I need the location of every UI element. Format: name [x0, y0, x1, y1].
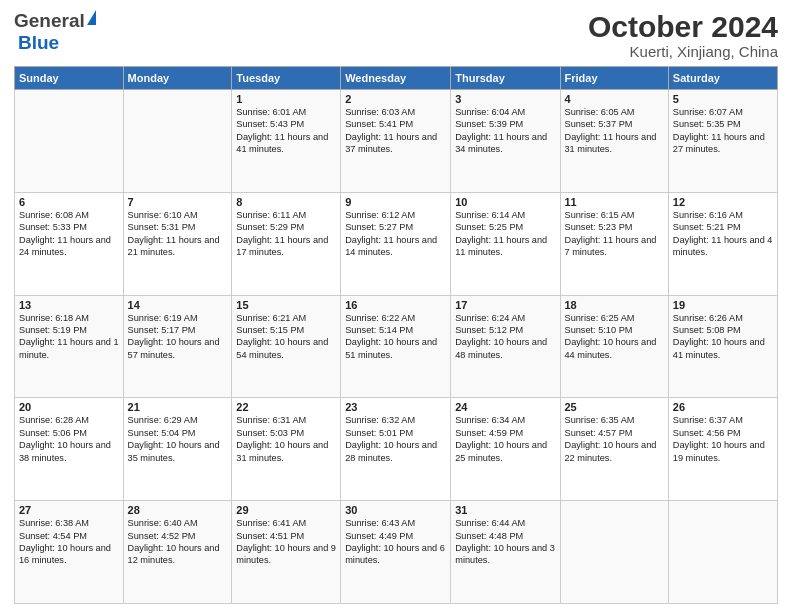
daylight-text: Daylight: 10 hours and 35 minutes. — [128, 439, 228, 464]
day-number: 4 — [565, 93, 664, 105]
sunrise-text: Sunrise: 6:24 AM — [455, 312, 555, 324]
sunset-text: Sunset: 4:52 PM — [128, 530, 228, 542]
sunset-text: Sunset: 5:08 PM — [673, 324, 773, 336]
sunset-text: Sunset: 5:10 PM — [565, 324, 664, 336]
day-info: Sunrise: 6:26 AMSunset: 5:08 PMDaylight:… — [673, 312, 773, 362]
sunrise-text: Sunrise: 6:21 AM — [236, 312, 336, 324]
calendar-cell: 25Sunrise: 6:35 AMSunset: 4:57 PMDayligh… — [560, 398, 668, 501]
day-number: 22 — [236, 401, 336, 413]
daylight-text: Daylight: 10 hours and 16 minutes. — [19, 542, 119, 567]
sunset-text: Sunset: 5:04 PM — [128, 427, 228, 439]
daylight-text: Daylight: 10 hours and 41 minutes. — [673, 336, 773, 361]
calendar-cell: 17Sunrise: 6:24 AMSunset: 5:12 PMDayligh… — [451, 295, 560, 398]
sunset-text: Sunset: 5:17 PM — [128, 324, 228, 336]
daylight-text: Daylight: 11 hours and 7 minutes. — [565, 234, 664, 259]
calendar-cell: 22Sunrise: 6:31 AMSunset: 5:03 PMDayligh… — [232, 398, 341, 501]
sunset-text: Sunset: 5:41 PM — [345, 118, 446, 130]
day-info: Sunrise: 6:22 AMSunset: 5:14 PMDaylight:… — [345, 312, 446, 362]
day-number: 17 — [455, 299, 555, 311]
day-info: Sunrise: 6:11 AMSunset: 5:29 PMDaylight:… — [236, 209, 336, 259]
day-number: 11 — [565, 196, 664, 208]
sunset-text: Sunset: 4:54 PM — [19, 530, 119, 542]
calendar-cell: 29Sunrise: 6:41 AMSunset: 4:51 PMDayligh… — [232, 501, 341, 604]
day-info: Sunrise: 6:07 AMSunset: 5:35 PMDaylight:… — [673, 106, 773, 156]
sunrise-text: Sunrise: 6:14 AM — [455, 209, 555, 221]
sunset-text: Sunset: 5:33 PM — [19, 221, 119, 233]
daylight-text: Daylight: 11 hours and 21 minutes. — [128, 234, 228, 259]
sunset-text: Sunset: 5:31 PM — [128, 221, 228, 233]
day-info: Sunrise: 6:12 AMSunset: 5:27 PMDaylight:… — [345, 209, 446, 259]
day-info: Sunrise: 6:01 AMSunset: 5:43 PMDaylight:… — [236, 106, 336, 156]
calendar-cell: 30Sunrise: 6:43 AMSunset: 4:49 PMDayligh… — [341, 501, 451, 604]
calendar-cell: 4Sunrise: 6:05 AMSunset: 5:37 PMDaylight… — [560, 90, 668, 193]
day-info: Sunrise: 6:08 AMSunset: 5:33 PMDaylight:… — [19, 209, 119, 259]
col-friday: Friday — [560, 67, 668, 90]
sunrise-text: Sunrise: 6:10 AM — [128, 209, 228, 221]
daylight-text: Daylight: 11 hours and 34 minutes. — [455, 131, 555, 156]
calendar-cell: 9Sunrise: 6:12 AMSunset: 5:27 PMDaylight… — [341, 192, 451, 295]
calendar-cell — [15, 90, 124, 193]
day-info: Sunrise: 6:04 AMSunset: 5:39 PMDaylight:… — [455, 106, 555, 156]
day-info: Sunrise: 6:28 AMSunset: 5:06 PMDaylight:… — [19, 414, 119, 464]
day-number: 31 — [455, 504, 555, 516]
daylight-text: Daylight: 10 hours and 3 minutes. — [455, 542, 555, 567]
sunset-text: Sunset: 4:59 PM — [455, 427, 555, 439]
day-info: Sunrise: 6:21 AMSunset: 5:15 PMDaylight:… — [236, 312, 336, 362]
daylight-text: Daylight: 11 hours and 41 minutes. — [236, 131, 336, 156]
calendar-cell: 14Sunrise: 6:19 AMSunset: 5:17 PMDayligh… — [123, 295, 232, 398]
calendar-cell — [668, 501, 777, 604]
sunset-text: Sunset: 5:15 PM — [236, 324, 336, 336]
calendar-cell: 24Sunrise: 6:34 AMSunset: 4:59 PMDayligh… — [451, 398, 560, 501]
day-number: 23 — [345, 401, 446, 413]
day-info: Sunrise: 6:19 AMSunset: 5:17 PMDaylight:… — [128, 312, 228, 362]
sunset-text: Sunset: 5:43 PM — [236, 118, 336, 130]
daylight-text: Daylight: 10 hours and 19 minutes. — [673, 439, 773, 464]
calendar-week-4: 27Sunrise: 6:38 AMSunset: 4:54 PMDayligh… — [15, 501, 778, 604]
calendar-cell: 2Sunrise: 6:03 AMSunset: 5:41 PMDaylight… — [341, 90, 451, 193]
daylight-text: Daylight: 10 hours and 44 minutes. — [565, 336, 664, 361]
day-number: 16 — [345, 299, 446, 311]
sunset-text: Sunset: 4:56 PM — [673, 427, 773, 439]
daylight-text: Daylight: 10 hours and 25 minutes. — [455, 439, 555, 464]
header: General Blue October 2024 Kuerti, Xinjia… — [14, 10, 778, 60]
sunrise-text: Sunrise: 6:12 AM — [345, 209, 446, 221]
calendar-cell: 8Sunrise: 6:11 AMSunset: 5:29 PMDaylight… — [232, 192, 341, 295]
sunset-text: Sunset: 5:21 PM — [673, 221, 773, 233]
calendar-cell — [560, 501, 668, 604]
calendar-cell: 12Sunrise: 6:16 AMSunset: 5:21 PMDayligh… — [668, 192, 777, 295]
col-wednesday: Wednesday — [341, 67, 451, 90]
day-info: Sunrise: 6:29 AMSunset: 5:04 PMDaylight:… — [128, 414, 228, 464]
sunset-text: Sunset: 4:57 PM — [565, 427, 664, 439]
logo: General Blue — [14, 10, 96, 54]
calendar-week-1: 6Sunrise: 6:08 AMSunset: 5:33 PMDaylight… — [15, 192, 778, 295]
daylight-text: Daylight: 10 hours and 9 minutes. — [236, 542, 336, 567]
day-number: 5 — [673, 93, 773, 105]
day-info: Sunrise: 6:18 AMSunset: 5:19 PMDaylight:… — [19, 312, 119, 362]
day-number: 3 — [455, 93, 555, 105]
day-info: Sunrise: 6:44 AMSunset: 4:48 PMDaylight:… — [455, 517, 555, 567]
day-number: 18 — [565, 299, 664, 311]
sunrise-text: Sunrise: 6:32 AM — [345, 414, 446, 426]
calendar-title: October 2024 — [588, 10, 778, 43]
daylight-text: Daylight: 10 hours and 6 minutes. — [345, 542, 446, 567]
day-info: Sunrise: 6:35 AMSunset: 4:57 PMDaylight:… — [565, 414, 664, 464]
day-info: Sunrise: 6:40 AMSunset: 4:52 PMDaylight:… — [128, 517, 228, 567]
sunrise-text: Sunrise: 6:29 AM — [128, 414, 228, 426]
day-info: Sunrise: 6:25 AMSunset: 5:10 PMDaylight:… — [565, 312, 664, 362]
calendar-cell — [123, 90, 232, 193]
sunrise-text: Sunrise: 6:19 AM — [128, 312, 228, 324]
sunset-text: Sunset: 5:27 PM — [345, 221, 446, 233]
daylight-text: Daylight: 10 hours and 12 minutes. — [128, 542, 228, 567]
daylight-text: Daylight: 11 hours and 1 minute. — [19, 336, 119, 361]
calendar-cell: 18Sunrise: 6:25 AMSunset: 5:10 PMDayligh… — [560, 295, 668, 398]
daylight-text: Daylight: 11 hours and 31 minutes. — [565, 131, 664, 156]
day-info: Sunrise: 6:10 AMSunset: 5:31 PMDaylight:… — [128, 209, 228, 259]
col-saturday: Saturday — [668, 67, 777, 90]
day-number: 26 — [673, 401, 773, 413]
day-number: 7 — [128, 196, 228, 208]
daylight-text: Daylight: 11 hours and 4 minutes. — [673, 234, 773, 259]
sunset-text: Sunset: 4:51 PM — [236, 530, 336, 542]
day-number: 8 — [236, 196, 336, 208]
calendar-cell: 3Sunrise: 6:04 AMSunset: 5:39 PMDaylight… — [451, 90, 560, 193]
sunset-text: Sunset: 5:23 PM — [565, 221, 664, 233]
